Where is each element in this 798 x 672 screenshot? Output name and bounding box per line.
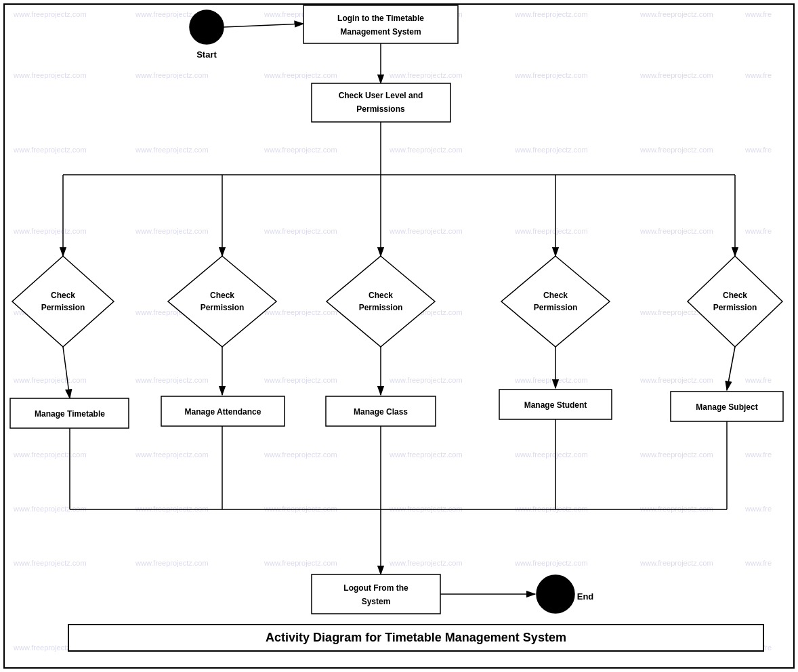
diagram-svg: Start Login to the Timetable Management … xyxy=(0,0,798,672)
logout-node xyxy=(312,574,440,614)
manage-student-label: Manage Student xyxy=(524,400,587,410)
diamond1-label2: Permission xyxy=(41,303,85,312)
diamond4-label1: Check xyxy=(543,291,568,300)
bottom-title-text: Activity Diagram for Timetable Managemen… xyxy=(266,631,566,644)
check-user-level-label1: Check User Level and xyxy=(339,91,423,100)
diamond4-node xyxy=(501,256,610,347)
manage-subject-label: Manage Subject xyxy=(696,402,757,412)
diamond1-node xyxy=(12,256,114,347)
manage-class-label: Manage Class xyxy=(354,407,408,417)
diamond5-label1: Check xyxy=(723,291,747,300)
end-label: End xyxy=(577,591,594,602)
start-label: Start xyxy=(196,49,217,60)
manage-attendance-label: Manage Attendance xyxy=(185,407,261,417)
check-user-level-node xyxy=(312,83,450,122)
diamond2-label1: Check xyxy=(210,291,234,300)
svg-line-1 xyxy=(224,24,303,27)
svg-line-10 xyxy=(63,347,70,398)
diamond5-label2: Permission xyxy=(713,303,757,312)
diagram-container: www.freeprojectz.com www.freeprojectz.co… xyxy=(0,0,798,672)
diamond2-label2: Permission xyxy=(201,303,245,312)
start-node xyxy=(190,10,224,44)
login-label2: Management System xyxy=(340,27,421,37)
end-node xyxy=(537,575,574,613)
check-user-level-label2: Permissions xyxy=(356,104,405,114)
diamond3-label2: Permission xyxy=(359,303,403,312)
bottom-title-bar: Activity Diagram for Timetable Managemen… xyxy=(68,624,764,652)
svg-line-14 xyxy=(727,347,735,390)
diamond1-label1: Check xyxy=(51,291,75,300)
diamond3-label1: Check xyxy=(369,291,393,300)
diamond5-node xyxy=(688,256,782,347)
manage-timetable-label: Manage Timetable xyxy=(35,409,105,419)
diamond2-node xyxy=(168,256,276,347)
login-label: Login to the Timetable xyxy=(337,14,424,23)
login-node xyxy=(303,5,458,43)
logout-label1: Logout From the xyxy=(343,583,408,593)
diamond4-label2: Permission xyxy=(534,303,578,312)
logout-label2: System xyxy=(362,597,391,606)
diamond3-node xyxy=(327,256,435,347)
